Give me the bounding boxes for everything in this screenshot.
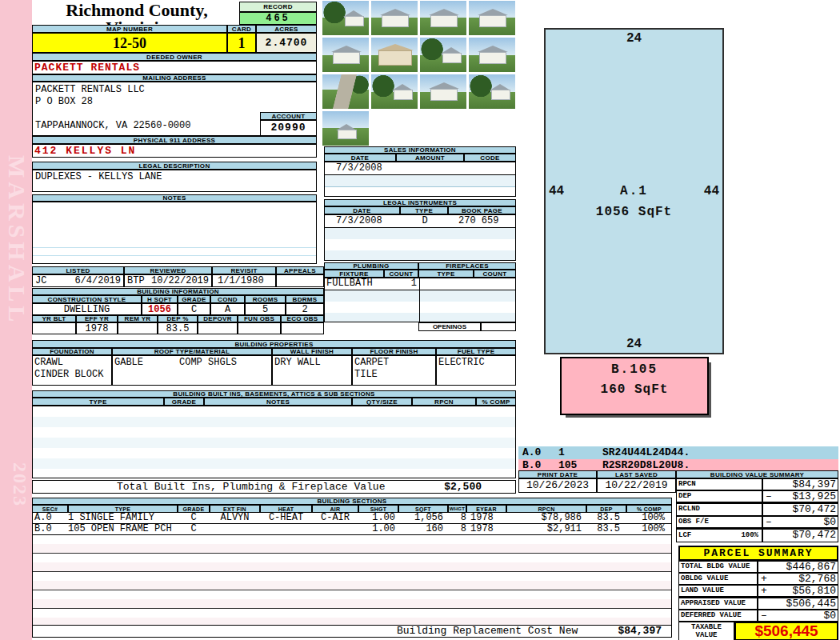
floor-finish-value: CARPET TILE <box>352 355 436 386</box>
sales-date-header: DATE <box>324 154 396 162</box>
property-photo[interactable] <box>322 38 369 72</box>
sales-empty-row <box>325 187 515 197</box>
last-saved-header: LAST SAVED <box>597 470 676 478</box>
foundation-header: FOUNDATION <box>32 348 112 355</box>
building-properties-header: BUILDING PROPERTIES <box>32 340 516 348</box>
col-dep: DEP <box>586 505 626 513</box>
deeded-owner-value: PACKETT RENTALS <box>32 61 317 74</box>
fuel-type-value: ELECTRIC <box>436 355 516 386</box>
bs-comp: 100% <box>626 524 666 534</box>
bs-grade: C <box>178 513 210 523</box>
depovr-header: DEPOVR <box>198 315 238 322</box>
roof-type: GABLE <box>114 357 143 369</box>
building-sections-column-headers: SEC# TYPE GRADE EXT FIN HEAT AIR SHGT SQ… <box>32 505 672 513</box>
property-photo[interactable] <box>371 1 418 35</box>
listed-date: 6/4/2019 <box>74 275 121 286</box>
sketch-section-b: B.105 160 SqFt <box>560 357 709 415</box>
ps-label: DEFERRED VALUE <box>678 610 758 622</box>
building-information-header: BUILDING INFORMATION <box>32 288 324 295</box>
deeded-owner-header: DEEDED OWNER <box>32 53 317 61</box>
instrument-row: 7/3/2008 D 270 659 <box>325 215 515 228</box>
vs-value: $70,472 <box>792 504 838 515</box>
col-air: AIR <box>312 505 358 513</box>
effyr-header: EFF YR <box>76 315 118 322</box>
fuel-type-header: FUEL TYPE <box>436 348 516 355</box>
instrument-type-header: TYPE <box>400 206 448 214</box>
sales-rows: 7/3/2008 <box>324 162 516 197</box>
building-sections-rows: A.0 1 SINGLE FAMILY C ALVYN C-HEAT C-AIR… <box>32 513 672 534</box>
legal-instruments-header: LEGAL INSTRUMENTS <box>324 199 516 206</box>
reviewed-value: BTP10/22/2019 <box>124 274 212 287</box>
property-photo[interactable] <box>420 1 466 35</box>
property-photo[interactable] <box>420 38 466 72</box>
sketch-code-row-a: A.0 1 SR24U44L24D44. <box>518 446 838 459</box>
taxable-value-amount: $506,445 <box>734 622 838 640</box>
card-header: CARD <box>227 25 256 33</box>
dep-header: DEP % <box>158 315 198 322</box>
built-ins-empty-rows <box>32 406 516 478</box>
openings-value <box>481 322 516 331</box>
card-value: 1 <box>227 33 256 53</box>
reviewed-date: 10/22/2019 <box>151 275 209 286</box>
ps-value: $0 <box>823 610 838 621</box>
property-photo[interactable] <box>420 74 466 109</box>
parcel-summary-row: TOTAL BLDG VALUE $446,867 <box>678 561 838 573</box>
ps-sign <box>758 598 761 609</box>
plumbing-row: FULLBATH 1 <box>325 278 515 290</box>
openings-label: OPENINGS <box>418 322 481 331</box>
rooms-value: 5 <box>245 303 286 315</box>
ecoobs-value <box>281 322 324 334</box>
property-photo[interactable] <box>469 38 515 72</box>
bs-comp: 100% <box>626 513 666 523</box>
bs-sec: B.0 <box>33 524 68 534</box>
instrument-type: D <box>401 215 449 227</box>
vs-value: $70,472 <box>792 530 838 542</box>
property-photo[interactable] <box>322 74 369 109</box>
bs-extfin <box>210 524 260 534</box>
built-ins-total-row: Total Built Ins, Plumbing & Fireplace Va… <box>32 480 516 494</box>
funobs-value <box>238 322 281 334</box>
property-photo[interactable] <box>469 74 515 109</box>
revisit-header: REVISIT <box>212 266 276 274</box>
property-photo[interactable] <box>322 1 369 35</box>
bs-grade: C <box>178 524 210 534</box>
parcel-summary: PARCEL SUMMARY TOTAL BLDG VALUE $446,867… <box>678 546 838 640</box>
property-photo[interactable] <box>322 111 369 146</box>
ps-value: $506,445 <box>786 598 838 609</box>
value-summary-row: RCLND $70,472 <box>676 502 838 516</box>
col-rpcn: RPCN <box>506 505 586 513</box>
sales-row: 7/3/2008 <box>325 162 515 175</box>
plumbing-empty-rows <box>325 290 515 322</box>
col-grade: GRADE <box>178 505 210 513</box>
property-photo[interactable] <box>371 38 418 72</box>
remyr-header: REM YR <box>118 315 158 322</box>
building-sections-header: BUILDING SECTIONS <box>32 498 672 505</box>
building-value-summary-header: BUILDING VALUE SUMMARY <box>676 470 838 478</box>
fixture-count-value: 1 <box>385 278 417 290</box>
plumbing-fireplace-divider <box>419 278 420 322</box>
parcel-summary-row: LAND VALUE +$56,810 <box>678 585 838 597</box>
roof-material: COMP SHGLS <box>179 357 237 369</box>
notes-rule <box>33 247 316 248</box>
floor-line: TILE <box>354 369 435 381</box>
col-whgt: WHGT <box>448 505 466 513</box>
bs-eyear: 1978 <box>466 524 506 534</box>
notes-area <box>32 202 317 264</box>
vs-label: RPCN <box>678 479 696 490</box>
sketch-section-b-name: B.105 <box>562 362 707 377</box>
revisit-value: 1/1/1980 <box>212 274 276 287</box>
instrument-empty-rows <box>325 228 515 261</box>
rooms-header: ROOMS <box>245 295 286 303</box>
roof-value: GABLE COMP SHGLS <box>112 355 272 386</box>
property-photo[interactable] <box>371 74 418 109</box>
sidebar-year-label: 2023 <box>2 456 30 514</box>
listed-value: JC6/4/2019 <box>32 274 124 287</box>
value-summary-row: RPCN $84,397 <box>676 478 838 490</box>
bs-sqft: 1,056 <box>398 513 448 523</box>
fireplaces-header: FIREPLACES <box>418 262 516 270</box>
account-value: 20990 <box>260 120 317 136</box>
ps-value: $446,867 <box>786 562 838 572</box>
funobs-header: FUN OBS <box>238 315 281 322</box>
property-photo[interactable] <box>469 1 515 35</box>
ps-label: OBLDG VALUE <box>678 573 758 585</box>
